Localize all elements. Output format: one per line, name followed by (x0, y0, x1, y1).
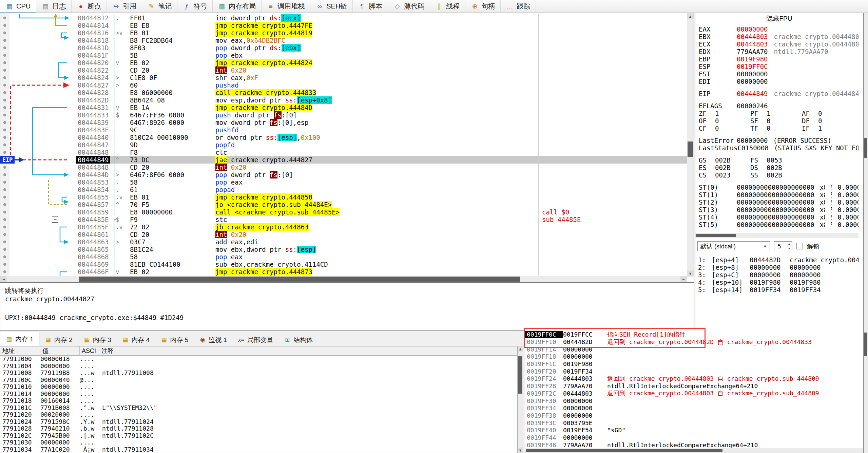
disasm-row[interactable]: 00444822│CD 20int 0x20 (0, 67, 687, 74)
register-row[interactable]: ESI00000000 (695, 70, 859, 78)
disasm-row[interactable]: 00444812│.FF01inc dword ptr ds:[ecx] (0, 14, 687, 22)
register-row[interactable]: OF0SF0DF0 (695, 117, 859, 125)
disasm-row[interactable]: 00444854│.61popad (0, 186, 687, 193)
disasm-row[interactable]: 0044481F│5Bpop ebx (0, 52, 687, 59)
scroll-thumb[interactable] (688, 141, 693, 157)
toolbar-tab-handles[interactable]: ⊕句柄 (465, 0, 501, 13)
register-row[interactable]: GS002BFS0053 (695, 156, 859, 164)
toolbar-tab-threads[interactable]: ∥线程 (430, 0, 465, 13)
disasm-row[interactable]: 00444840│810C24 00010000or dword ptr ss:… (0, 134, 687, 141)
register-row[interactable]: LastError00000000(ERROR_SUCCESS) (695, 137, 859, 144)
panel-tab-6[interactable]: x=局部变量 (232, 334, 278, 346)
disasm-row[interactable]: 00444831│vEB 1Ajmp crackme_crypto.44484D (0, 104, 687, 111)
scroll-thumb[interactable] (696, 234, 736, 237)
disasm-row[interactable]: 00444859│E8 00000000call <crackme_crypto… (0, 208, 687, 216)
toolbar-tab-trace[interactable]: …跟踪 (501, 0, 536, 13)
register-row[interactable]: ST(0)00000000000000000000x87r0空0.0000000… (695, 184, 859, 191)
memory-row[interactable]: 7791102C77945B00.[.wntdll.7791102C (0, 432, 517, 439)
scroll-left-icon[interactable]: ◄ (0, 276, 7, 282)
stack-row[interactable]: 0019FF3000000000 (525, 397, 863, 404)
register-row[interactable]: ST(5)00000000000000000000x87r5空0.0000000… (695, 221, 859, 228)
register-row[interactable]: ES002BDS002B (695, 164, 859, 171)
disasm-row[interactable]: 0044482D│8B6424 08mov esp,dword ptr ss:[… (0, 96, 687, 104)
disasm-row[interactable]: 00444833│$6467:FF36 0000push dword ptr f… (0, 111, 687, 119)
scroll-thumb[interactable] (864, 138, 867, 158)
memory-row[interactable]: 7791102877946210.b.wntdll.77911028 (0, 425, 517, 432)
stack-row[interactable]: 0019FF3400000000 (525, 404, 863, 412)
toolbar-tab-seh-chain[interactable]: ∞SEH链 (310, 0, 353, 13)
stack-row[interactable]: 0019FF100044482D返回到 crackme_crypto.00444… (525, 338, 863, 346)
register-row[interactable]: EDX779AAA70ntdll.779AAA70 (695, 48, 859, 55)
disasm-row[interactable]: 00444848│F8clc (0, 149, 687, 156)
toolbar-tab-memory-map[interactable]: ▥内存布局 (213, 0, 262, 13)
disasm-horizontal-scrollbar[interactable]: ◄ ► (0, 276, 687, 282)
disasm-row[interactable]: 00444868│58pop eax (0, 253, 687, 261)
stack-row[interactable]: 0019FF1800000000 (525, 353, 863, 360)
disasm-row[interactable]: 0044485F│.v72 02jb crackme_crypto.444863 (0, 223, 687, 231)
memory-row[interactable]: 7791103477A1C020 À¡wntdll.77911034 (0, 446, 517, 453)
disasm-row[interactable]: 00444855│.vEB 01jmp crackme_crypto.44485… (0, 193, 687, 201)
disasm-vertical-scrollbar[interactable]: ▲ ▼ (687, 13, 694, 277)
memory-column-header[interactable]: 地址 (0, 346, 40, 355)
scroll-up-icon[interactable]: ▲ (518, 346, 523, 352)
register-row[interactable]: ST(2)00000000000000000000x87r2空0.0000000… (695, 199, 859, 206)
register-row[interactable]: CF0TF0IF1 (695, 125, 859, 132)
disasm-row[interactable]: 00444827│>60pushad (0, 81, 687, 89)
stack-row[interactable]: 0019FF48779AAA70ntdll.RtlInterlockedComp… (525, 441, 863, 449)
scroll-thumb[interactable] (864, 333, 867, 356)
memory-row[interactable]: 779110247791598C.Y.wntdll.77911024 (0, 418, 517, 426)
disasm-row[interactable]: 00444847│9Dpopfd (0, 141, 687, 149)
memory-row[interactable]: 7791100C00000040@... (0, 377, 517, 384)
register-row[interactable]: ST(1)00000000000000000000x87r1空0.0000000… (695, 191, 859, 199)
argument-row[interactable]: 1:[esp+4]0044482Dcrackme_crypto.0044482D (695, 256, 859, 264)
register-row[interactable]: EAX00000000 (695, 25, 859, 33)
toolbar-tab-notes[interactable]: ✎笔记 (142, 0, 177, 13)
panel-tab-7[interactable]: ⊞结构体 (278, 334, 318, 346)
disasm-row[interactable]: 0044486F│vEB 02jmp crackme_crypto.444873 (0, 268, 687, 276)
argument-row[interactable]: 4:[esp+10]0019F9800019F980 (695, 279, 859, 286)
toolbar-tab-call-stack[interactable]: ≡调用堆栈 (262, 0, 310, 13)
panel-tab-5[interactable]: ◉监视 1 (194, 334, 232, 346)
argument-row[interactable]: 5:[esp+14]0019FF340019FF34 (695, 286, 859, 294)
memory-row[interactable]: 7791103000000000.... (0, 439, 517, 446)
argument-row[interactable]: 2:[esp+8]0000000000000000 (695, 264, 859, 271)
register-row[interactable]: LastStatusC0150008(STATUS_SXS_KEY_NOT_FO… (695, 144, 859, 152)
register-row[interactable]: ECX00444803crackme_crypto.00444803 (695, 40, 859, 48)
memory-row[interactable]: 7791100400000000.... (0, 363, 517, 370)
disasm-row[interactable]: 00444818│B8 FC2BDB64mov eax,0x64DB2BFC (0, 37, 687, 44)
toolbar-tab-source[interactable]: ◇源代码 (388, 0, 430, 13)
panel-tab-3[interactable]: ▦内存 4 (117, 334, 155, 346)
calling-convention-select[interactable]: 默认 (stdcall) ▼ (697, 241, 770, 251)
scroll-down-icon[interactable]: ▼ (687, 270, 694, 277)
disasm-row[interactable]: 0044485E┌$F9stcsub_44485E (0, 216, 687, 223)
memory-row[interactable]: 77911008779119B8...wntdll.77911008 (0, 370, 517, 377)
memory-row[interactable]: 7791102000020000.... (0, 411, 517, 418)
fpu-horizontal-scrollbar[interactable] (695, 233, 859, 238)
disasm-row[interactable]: 0044483F│9Cpushfd (0, 126, 687, 134)
disasm-row[interactable]: 0044484B│CD 20int 0x20 (0, 164, 687, 171)
stack-row[interactable]: 0019FF2C00444803返回到 crackme_crypto.00444… (525, 390, 863, 397)
memory-column-header[interactable]: 值 (40, 346, 80, 355)
disasm-row[interactable]: 00444863│>03C7add eax,edi (0, 238, 687, 246)
stack-row[interactable]: 0019FF3800000000 (525, 412, 863, 419)
toolbar-tab-symbols[interactable]: ƒ符号 (177, 0, 213, 13)
stack-row[interactable]: 0019FF4400000000 (525, 434, 863, 441)
memory-row[interactable]: 7791101800160014.... (0, 397, 517, 404)
register-row[interactable]: CS0023SS002B (695, 171, 859, 179)
disasm-row[interactable]: 00444839│6467:8926 0000mov dword ptr fs:… (0, 119, 687, 126)
stack-row[interactable]: 0019FF400019FF54"sGD" (525, 427, 863, 434)
memory-row[interactable]: 7791101C7791B008.°.wL"\\SYSTEM32\\" (0, 404, 517, 412)
stack-vertical-scrollbar[interactable] (864, 330, 868, 453)
toolbar-tab-references[interactable]: ↪引用 (107, 0, 142, 13)
register-row[interactable]: ST(3)00000000000000000000x87r3空0.0000000… (695, 206, 859, 213)
panel-tab-2[interactable]: ▦内存 3 (78, 334, 117, 346)
disasm-row[interactable]: 00444865│8B1C24mov ebx,dword ptr ss:[esp… (0, 246, 687, 253)
register-row[interactable]: EBP0019F980 (695, 55, 859, 63)
stack-row[interactable]: 0019FF3C0003795E (525, 419, 863, 427)
disasm-row[interactable]: 00444861│CD 20int 0x20 (0, 231, 687, 238)
disasm-row[interactable]: 00444814│EB E8jmp crackme_crypto.4447FE (0, 22, 687, 29)
register-row[interactable]: ZF1PF1AF0 (695, 110, 859, 117)
disasm-row[interactable]: 00444828│E8 06000000call crackme_crypto.… (0, 89, 687, 96)
scroll-thumb[interactable] (518, 356, 522, 394)
unlock-checkbox[interactable] (796, 243, 803, 249)
